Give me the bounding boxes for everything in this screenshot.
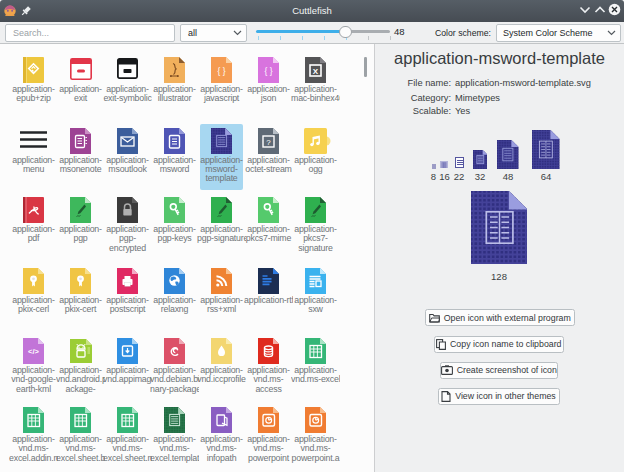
svg-text:X: X: [313, 67, 319, 76]
svg-text:{ }: { }: [217, 66, 225, 76]
svg-text:{ }: { }: [264, 66, 272, 76]
svg-text:?: ?: [266, 137, 271, 146]
svg-text:</>: </>: [28, 347, 39, 356]
